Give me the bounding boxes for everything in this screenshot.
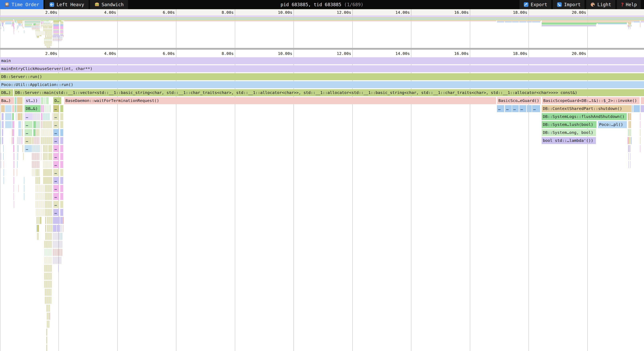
frame-block[interactable] (63, 225, 63, 232)
frame-block[interactable] (22, 145, 23, 152)
frame-block[interactable] (12, 121, 14, 128)
frame-block[interactable] (17, 153, 18, 160)
frame-block[interactable]: … (505, 105, 512, 112)
frame-block[interactable] (45, 233, 52, 240)
frame-block[interactable]: … (53, 161, 59, 168)
frame-block[interactable]: DB::SystemLogs::flushAndShutdown() (542, 113, 627, 120)
frame-block[interactable]: mainEntryClickHouseServer(int, char**) (0, 65, 644, 72)
tab-time-order[interactable]: Time Order (0, 0, 44, 9)
frame-block[interactable] (640, 113, 640, 120)
frame-block[interactable] (53, 233, 60, 240)
frame-block[interactable]: … (53, 209, 59, 216)
import-button[interactable]: Import (553, 0, 584, 9)
frame-block[interactable] (4, 161, 4, 168)
frame-block[interactable] (628, 137, 628, 144)
frame-block[interactable] (41, 121, 43, 128)
frame-block[interactable] (52, 113, 53, 120)
frame-block[interactable] (629, 137, 631, 144)
frame-block[interactable] (60, 169, 63, 176)
frame-block[interactable]: DB::ContextSharedPart::shutdown() (542, 105, 632, 112)
frame-block[interactable] (1, 161, 1, 168)
frame-block[interactable]: DB::Server::main(std::__1::vector<std::_… (14, 89, 644, 96)
frame-block[interactable] (46, 344, 47, 351)
frame-block[interactable] (45, 297, 52, 304)
frame-block[interactable] (63, 217, 64, 224)
frame-block[interactable] (0, 113, 0, 120)
frame-block[interactable]: … (512, 105, 519, 112)
frame-block[interactable] (18, 113, 21, 120)
frame-block[interactable]: … (532, 105, 540, 112)
frame-block[interactable] (17, 145, 19, 152)
frame-block[interactable] (43, 161, 52, 168)
frame-block[interactable] (12, 113, 14, 120)
frame-block[interactable] (41, 113, 42, 120)
frame-block[interactable] (32, 161, 40, 168)
frame-block[interactable] (47, 225, 52, 232)
frame-block[interactable]: main (0, 57, 644, 64)
frame-block[interactable] (5, 121, 12, 128)
frame-block[interactable] (17, 161, 18, 168)
frame-block[interactable] (23, 153, 24, 160)
frame-block[interactable] (46, 305, 50, 312)
frame-block[interactable] (18, 185, 19, 192)
frame-block[interactable] (631, 137, 632, 144)
help-button[interactable]: ? Help (617, 0, 641, 9)
frame-block[interactable] (47, 313, 50, 320)
frame-block[interactable] (634, 105, 640, 112)
frame-block[interactable] (45, 201, 52, 208)
frame-block[interactable] (641, 97, 644, 104)
frame-block[interactable] (60, 145, 63, 152)
frame-block[interactable]: … (53, 129, 59, 136)
frame-block[interactable] (628, 129, 629, 136)
frame-block[interactable]: … (53, 201, 59, 208)
frame-block[interactable] (2, 113, 4, 120)
frame-block[interactable]: DB::System…lush(bool) (542, 121, 596, 128)
frame-block[interactable]: DB::System…ong, bool) (542, 129, 596, 136)
frame-block[interactable] (12, 137, 12, 144)
frame-block[interactable] (22, 129, 22, 136)
frame-block[interactable] (14, 169, 14, 176)
frame-block[interactable] (12, 129, 12, 136)
frame-block[interactable] (60, 161, 63, 168)
frame-block[interactable] (36, 177, 40, 184)
frame-block[interactable]: … (24, 129, 32, 136)
frame-block[interactable] (46, 329, 47, 336)
frame-block[interactable]: Poco::Util::Application::run() (0, 81, 644, 88)
frame-block[interactable] (47, 217, 52, 224)
frame-block[interactable]: … (53, 169, 59, 176)
frame-block[interactable] (36, 217, 40, 224)
frame-block[interactable] (2, 129, 3, 136)
frame-block[interactable] (58, 265, 59, 272)
frame-block[interactable] (53, 225, 56, 232)
frame-block[interactable] (36, 209, 45, 216)
frame-block[interactable] (42, 105, 44, 112)
frame-block[interactable] (60, 209, 63, 216)
frame-block[interactable] (53, 217, 60, 224)
frame-block[interactable] (32, 145, 40, 152)
frame-block[interactable] (43, 153, 48, 160)
frame-block[interactable]: DB…) (0, 89, 13, 96)
frame-block[interactable] (15, 97, 15, 104)
frame-block[interactable] (46, 337, 47, 344)
frame-block[interactable] (44, 105, 49, 112)
frame-block[interactable] (21, 113, 22, 120)
frame-block[interactable] (629, 145, 630, 152)
frame-block[interactable] (16, 105, 16, 112)
frame-block[interactable] (23, 113, 23, 120)
frame-block[interactable] (60, 241, 62, 248)
frame-block[interactable] (44, 97, 46, 104)
frame-block[interactable] (630, 129, 631, 136)
frame-block[interactable] (36, 225, 37, 232)
tab-sandwich[interactable]: Sandwich (90, 0, 128, 9)
frame-block[interactable] (628, 153, 629, 160)
frame-block[interactable] (36, 185, 45, 192)
frame-block[interactable] (24, 193, 24, 200)
frame-block[interactable] (527, 105, 529, 112)
frame-block[interactable] (48, 145, 52, 152)
theme-toggle-button[interactable]: Light (586, 0, 615, 9)
frame-block[interactable] (14, 153, 14, 160)
frame-block[interactable] (14, 161, 14, 168)
minimap[interactable]: 2.00s4.00s6.00s8.00s10.00s12.00s14.00s16… (0, 9, 644, 48)
frame-block[interactable] (46, 97, 49, 104)
frame-block[interactable] (630, 161, 630, 168)
